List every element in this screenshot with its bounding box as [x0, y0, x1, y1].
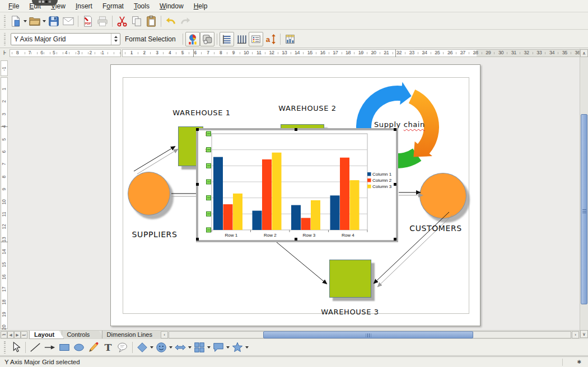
- warehouse2-label[interactable]: WAREHOUSE 2: [277, 104, 338, 112]
- dropdown-arrow-icon[interactable]: [207, 346, 211, 349]
- freeform-line-button[interactable]: [86, 340, 101, 355]
- menu-help[interactable]: Help: [189, 1, 213, 11]
- toolbar-separator: [217, 34, 217, 45]
- save-button[interactable]: [46, 14, 61, 29]
- callouts-button[interactable]: [211, 340, 230, 355]
- email-button[interactable]: [61, 14, 76, 29]
- undo-button[interactable]: [164, 14, 178, 29]
- bar: [213, 157, 223, 230]
- chart-frame-handle[interactable]: [394, 183, 396, 186]
- chart-type-button[interactable]: [185, 32, 200, 46]
- menu-insert[interactable]: Insert: [71, 1, 97, 11]
- chart-frame-handle[interactable]: [196, 183, 199, 186]
- chart-frame-handle[interactable]: [295, 238, 297, 241]
- scroll-left-icon[interactable]: ‹: [161, 331, 168, 338]
- customers-label[interactable]: CUSTOMERS: [409, 224, 463, 233]
- customers-shape[interactable]: [419, 173, 466, 219]
- svg-text:Column 2: Column 2: [372, 178, 392, 183]
- dropdown-arrow-icon[interactable]: [188, 346, 192, 349]
- document-canvas[interactable]: WAREHOUSE 1 WAREHOUSE 2 WAREHOUSE 3 SUPP…: [8, 58, 580, 330]
- toolbar-grip[interactable]: [3, 15, 7, 27]
- callout-button[interactable]: [115, 340, 130, 355]
- export-pdf-icon: PDF: [82, 15, 94, 27]
- line-button[interactable]: [28, 340, 43, 355]
- bar: [262, 159, 272, 230]
- dropdown-arrow-icon[interactable]: [169, 346, 172, 349]
- menu-file[interactable]: File: [3, 1, 24, 11]
- stars-button[interactable]: [230, 340, 249, 355]
- tab-stop-selector[interactable]: ⊦: [1, 49, 8, 57]
- drawing-page[interactable]: WAREHOUSE 1 WAREHOUSE 2 WAREHOUSE 3 SUPP…: [110, 64, 480, 326]
- toolbar-grip[interactable]: [3, 341, 7, 354]
- chart-data-button[interactable]: [283, 32, 297, 46]
- vertical-scroll-thumb[interactable]: [581, 114, 587, 304]
- arrow-button[interactable]: [43, 340, 57, 355]
- symbol-shapes-button[interactable]: [154, 340, 173, 355]
- tab-controls[interactable]: Controls: [62, 331, 104, 339]
- tab-dimension-lines[interactable]: Dimension Lines: [102, 331, 169, 339]
- chart-frame-handle[interactable]: [394, 238, 396, 241]
- select-button[interactable]: [8, 340, 23, 355]
- legend-on-off-button[interactable]: [249, 32, 263, 46]
- selector-spinner-icon[interactable]: [111, 34, 120, 45]
- menu-format[interactable]: Format: [97, 1, 129, 11]
- scroll-up-icon[interactable]: ∧: [580, 49, 588, 57]
- symbol-shapes-icon: [155, 341, 167, 354]
- text-button[interactable]: T: [101, 340, 115, 355]
- chart-frame-handle[interactable]: [196, 128, 199, 131]
- dropdown-arrow-icon[interactable]: [150, 346, 153, 349]
- bar: [233, 194, 242, 230]
- cut-button[interactable]: [115, 14, 129, 29]
- warehouse3-label[interactable]: WAREHOUSE 3: [320, 308, 380, 316]
- warehouse3-shape[interactable]: [329, 260, 371, 298]
- scroll-down-icon[interactable]: ∨: [580, 330, 588, 338]
- scroll-right-icon[interactable]: ›: [572, 331, 579, 338]
- ellipse-button[interactable]: [72, 340, 86, 355]
- dropdown-arrow-icon[interactable]: [24, 20, 27, 22]
- page-nav-prev-icon[interactable]: ◀: [7, 331, 14, 338]
- chart-frame-handle[interactable]: [196, 238, 199, 241]
- basic-shapes-button[interactable]: [135, 340, 154, 355]
- embedded-chart[interactable]: 024681012Row 1Row 2Row 3Row 4Column 1Col…: [196, 128, 398, 242]
- stars-icon: [231, 341, 244, 354]
- page-nav-first-icon[interactable]: ⏮: [1, 331, 7, 338]
- dropdown-arrow-icon[interactable]: [226, 346, 230, 349]
- chart-data-table-button[interactable]: [200, 32, 214, 46]
- dropdown-arrow-icon[interactable]: [43, 20, 46, 22]
- line-icon: [29, 341, 41, 354]
- warehouse1-label[interactable]: WAREHOUSE 1: [171, 109, 232, 117]
- vertical-scrollbar[interactable]: ∧ ∨: [580, 49, 588, 338]
- tab-layout[interactable]: Layout: [29, 331, 64, 339]
- horizontal-grids-button[interactable]: [220, 32, 234, 46]
- format-selection-button[interactable]: Format Selection: [120, 33, 180, 45]
- print-button[interactable]: [95, 14, 110, 29]
- scale-text-button[interactable]: a: [263, 32, 278, 46]
- open-button[interactable]: [27, 14, 46, 29]
- supply-chain-label[interactable]: Supply chain: [374, 120, 424, 129]
- suppliers-shape[interactable]: [128, 172, 170, 215]
- export-pdf-button[interactable]: PDF: [81, 14, 95, 29]
- rectangle-button[interactable]: [57, 340, 72, 355]
- page-nav-next-icon[interactable]: ▶: [14, 331, 21, 338]
- suppliers-label[interactable]: SUPPLIERS: [129, 230, 180, 239]
- chart-frame-handle[interactable]: [394, 128, 396, 131]
- toolbar-grip[interactable]: [3, 33, 7, 45]
- email-icon: [62, 15, 74, 27]
- page-nav-last-icon[interactable]: ⏭: [21, 331, 27, 338]
- horizontal-scroll-thumb[interactable]: [263, 331, 473, 338]
- chart-element-selector[interactable]: Y Axis Major Grid: [11, 33, 120, 45]
- new-document-button[interactable]: [8, 14, 27, 29]
- menu-window[interactable]: Window: [155, 1, 189, 11]
- dropdown-arrow-icon[interactable]: [245, 346, 249, 349]
- horizontal-ruler[interactable]: 8765432112345678910111213141516171819202…: [10, 49, 580, 57]
- vertical-ruler[interactable]: -11234567891011121314151617181920: [0, 58, 8, 330]
- callout-icon: [116, 341, 129, 354]
- copy-button[interactable]: [129, 14, 144, 29]
- chart-frame-handle[interactable]: [295, 128, 297, 131]
- vertical-grids-button[interactable]: [234, 32, 249, 46]
- redo-button[interactable]: [178, 14, 193, 29]
- block-arrows-button[interactable]: [173, 340, 192, 355]
- paste-button[interactable]: [144, 14, 158, 29]
- flowchart-button[interactable]: [192, 340, 211, 355]
- menu-tools[interactable]: Tools: [129, 1, 155, 11]
